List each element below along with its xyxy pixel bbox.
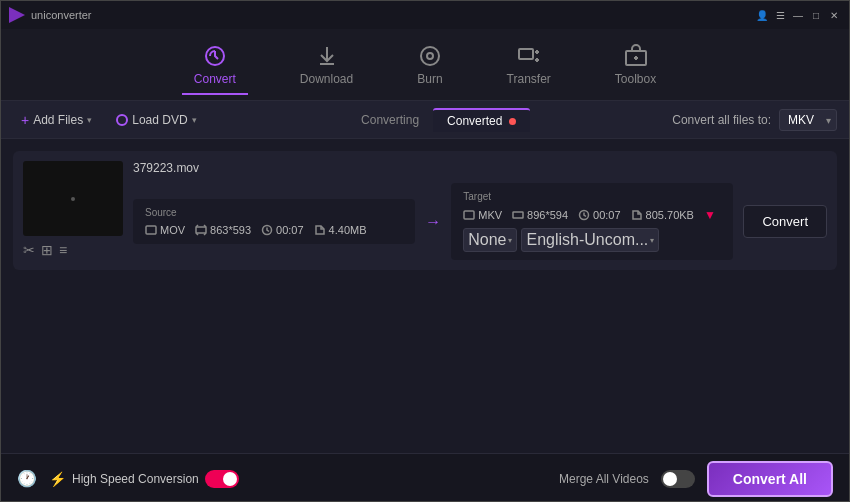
source-box: Source MOV: [133, 199, 415, 244]
dvd-circle-icon: [116, 114, 128, 126]
file-name: 379223.mov: [133, 161, 827, 175]
svg-point-2: [427, 53, 433, 59]
source-duration: 00:07: [261, 224, 304, 236]
target-format-wrapper: MKV: [463, 209, 502, 221]
convert-all-button[interactable]: Convert All: [707, 461, 833, 497]
thumb-actions: ✂ ⊞ ≡: [23, 242, 123, 258]
thumbnail: [23, 161, 123, 236]
load-dvd-button[interactable]: Load DVD ▾: [108, 109, 204, 131]
add-files-chevron: ▾: [87, 115, 92, 125]
app-name: uniconverter: [31, 9, 92, 21]
target-extra: None ▾ English-Uncom... ▾: [463, 228, 721, 252]
close-btn[interactable]: ✕: [827, 8, 841, 22]
title-bar: uniconverter 👤 ☰ — □ ✕: [1, 1, 849, 29]
download-icon: [315, 44, 339, 68]
target-resolution: 896*594: [512, 209, 568, 221]
source-info: MOV 863*593: [145, 224, 403, 236]
bolt-icon: ⚡: [49, 471, 66, 487]
nav-label-burn: Burn: [417, 72, 442, 86]
settings-icon[interactable]: ≡: [59, 242, 67, 258]
target-box: Target MKV 896*594: [451, 183, 733, 260]
tab-converted-label: Converted: [447, 114, 502, 128]
audio-chevron-icon: ▾: [650, 236, 654, 245]
duration-icon: [261, 224, 273, 236]
arrow-icon: →: [425, 213, 441, 231]
main-content: ✂ ⊞ ≡ 379223.mov Source MOV: [1, 139, 849, 453]
nav-item-toolbox[interactable]: Toolbox: [603, 36, 668, 94]
audio-value: English-Uncom...: [526, 231, 648, 249]
high-speed-toggle[interactable]: [205, 470, 239, 488]
clock-icon[interactable]: 🕐: [17, 469, 37, 488]
chevron-down-icon: ▾: [508, 236, 512, 245]
tab-group: Converting Converted: [347, 108, 530, 132]
bottom-bar: 🕐 ⚡ High Speed Conversion Merge All Vide…: [1, 453, 849, 502]
thumbnail-section: ✂ ⊞ ≡: [23, 161, 123, 258]
convert-icon: [203, 44, 227, 68]
transfer-icon: [517, 44, 541, 68]
file-item: ✂ ⊞ ≡ 379223.mov Source MOV: [13, 151, 837, 270]
converted-badge: [509, 118, 516, 125]
toggle-knob: [223, 472, 237, 486]
bottom-left: 🕐 ⚡ High Speed Conversion: [17, 469, 239, 488]
svg-rect-11: [513, 212, 523, 218]
crop-icon[interactable]: ⊞: [41, 242, 53, 258]
nav-label-toolbox: Toolbox: [615, 72, 656, 86]
speed-section: ⚡ High Speed Conversion: [49, 470, 239, 488]
nav-label-transfer: Transfer: [507, 72, 551, 86]
tab-converting[interactable]: Converting: [347, 109, 433, 131]
size-icon: [314, 224, 326, 236]
svg-rect-7: [146, 226, 156, 234]
nav-label-download: Download: [300, 72, 353, 86]
subtitle-value: None: [468, 231, 506, 249]
nav-item-burn[interactable]: Burn: [405, 36, 454, 94]
svg-rect-8: [196, 227, 206, 233]
target-size: 805.70KB: [631, 209, 694, 221]
nav-label-convert: Convert: [194, 72, 236, 86]
burn-icon: [418, 44, 442, 68]
source-format: MOV: [145, 224, 185, 236]
bottom-right: Merge All Videos Convert All: [559, 461, 833, 497]
load-dvd-chevron: ▾: [192, 115, 197, 125]
nav-item-convert[interactable]: Convert: [182, 36, 248, 94]
toolbar: + Add Files ▾ Load DVD ▾ Converting Conv…: [1, 101, 849, 139]
plus-icon: +: [21, 112, 29, 128]
thumbnail-dot: [71, 197, 75, 201]
nav-bar: Convert Download Burn Transfer: [1, 29, 849, 101]
high-speed-label: High Speed Conversion: [72, 472, 199, 486]
maximize-btn[interactable]: □: [809, 8, 823, 22]
resolution-icon: [195, 224, 207, 236]
source-target-row: Source MOV: [133, 183, 827, 260]
svg-rect-3: [519, 49, 533, 59]
format-select[interactable]: MKV MP4 AVI MOV MP3: [779, 109, 837, 131]
audio-dropdown[interactable]: English-Uncom... ▾: [521, 228, 659, 252]
merge-toggle-knob: [663, 472, 677, 486]
tab-converting-label: Converting: [361, 113, 419, 127]
title-bar-left: uniconverter: [9, 7, 92, 23]
svg-rect-10: [464, 211, 474, 219]
menu-title-btn[interactable]: ☰: [773, 8, 787, 22]
add-files-button[interactable]: + Add Files ▾: [13, 108, 100, 132]
nav-item-transfer[interactable]: Transfer: [495, 36, 563, 94]
source-size: 4.40MB: [314, 224, 367, 236]
format-select-wrapper[interactable]: MKV MP4 AVI MOV MP3: [779, 109, 837, 131]
target-expand-icon[interactable]: ▼: [704, 208, 716, 222]
source-resolution: 863*593: [195, 224, 251, 236]
target-duration: 00:07: [578, 209, 621, 221]
convert-all-files-label: Convert all files to:: [672, 113, 771, 127]
add-files-label: Add Files: [33, 113, 83, 127]
target-format-icon: [463, 209, 475, 221]
merge-label: Merge All Videos: [559, 472, 649, 486]
file-details: 379223.mov Source MOV: [133, 161, 827, 260]
merge-toggle[interactable]: [661, 470, 695, 488]
source-label: Source: [145, 207, 403, 218]
target-info: MKV 896*594: [463, 208, 721, 222]
subtitle-dropdown[interactable]: None ▾: [463, 228, 517, 252]
title-bar-right: 👤 ☰ — □ ✕: [755, 8, 841, 22]
minimize-btn[interactable]: —: [791, 8, 805, 22]
tab-converted[interactable]: Converted: [433, 108, 530, 132]
convert-button[interactable]: Convert: [743, 205, 827, 238]
svg-point-1: [421, 47, 439, 65]
user-title-btn[interactable]: 👤: [755, 8, 769, 22]
nav-item-download[interactable]: Download: [288, 36, 365, 94]
scissors-icon[interactable]: ✂: [23, 242, 35, 258]
